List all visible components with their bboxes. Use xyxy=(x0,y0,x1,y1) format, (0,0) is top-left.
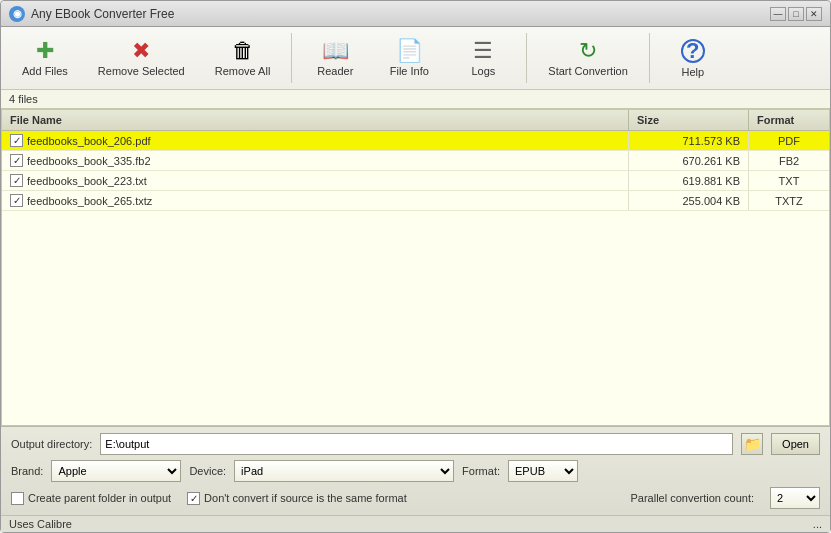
file-list-header: File Name Size Format xyxy=(2,110,829,131)
file-size-cell: 255.004 KB xyxy=(629,191,749,210)
start-conversion-icon: ↻ xyxy=(579,40,597,62)
remove-selected-label: Remove Selected xyxy=(98,65,185,77)
device-label: Device: xyxy=(189,465,226,477)
file-format: TXT xyxy=(779,175,800,187)
file-name-cell: ✓ feedbooks_book_223.txt xyxy=(2,171,629,190)
create-parent-checkbox[interactable] xyxy=(11,492,24,505)
start-conversion-label: Start Convertion xyxy=(548,65,627,77)
file-checkbox[interactable]: ✓ xyxy=(10,174,23,187)
file-name: feedbooks_book_335.fb2 xyxy=(27,155,151,167)
maximize-button[interactable]: □ xyxy=(788,7,804,21)
file-format: PDF xyxy=(778,135,800,147)
reader-button[interactable]: 📖 Reader xyxy=(300,35,370,82)
file-checkbox[interactable]: ✓ xyxy=(10,154,23,167)
open-button[interactable]: Open xyxy=(771,433,820,455)
brand-device-format-row: Brand: Apple Amazon Kobo Sony Other Devi… xyxy=(11,460,820,482)
logs-label: Logs xyxy=(471,65,495,77)
add-files-button[interactable]: ✚ Add Files xyxy=(9,35,81,82)
toolbar: ✚ Add Files ✖ Remove Selected 🗑 Remove A… xyxy=(1,27,830,90)
title-bar-left: ◉ Any EBook Converter Free xyxy=(9,6,174,22)
dont-convert-text: Don't convert if source is the same form… xyxy=(204,492,407,504)
file-format-cell: TXT xyxy=(749,171,829,190)
file-format: FB2 xyxy=(779,155,799,167)
output-path-input[interactable] xyxy=(100,433,733,455)
brand-label: Brand: xyxy=(11,465,43,477)
file-info-label: File Info xyxy=(390,65,429,77)
file-format-cell: TXTZ xyxy=(749,191,829,210)
file-format: TXTZ xyxy=(775,195,803,207)
bottom-panel: Output directory: 📁 Open Brand: Apple Am… xyxy=(1,426,830,515)
file-info-button[interactable]: 📄 File Info xyxy=(374,35,444,82)
reader-label: Reader xyxy=(317,65,353,77)
options-row: Create parent folder in output ✓ Don't c… xyxy=(11,487,820,509)
parallel-label: Parallel convertion count: xyxy=(630,492,754,504)
file-name-cell: ✓ feedbooks_book_335.fb2 xyxy=(2,151,629,170)
table-row[interactable]: ✓ feedbooks_book_335.fb2 670.261 KB FB2 xyxy=(2,151,829,171)
file-count: 4 files xyxy=(1,90,830,109)
logs-button[interactable]: ☰ Logs xyxy=(448,35,518,82)
reader-icon: 📖 xyxy=(322,40,349,62)
start-conversion-button[interactable]: ↻ Start Convertion xyxy=(535,35,640,82)
help-icon: ? xyxy=(681,39,705,63)
minimize-button[interactable]: — xyxy=(770,7,786,21)
file-name-cell: ✓ feedbooks_book_265.txtz xyxy=(2,191,629,210)
file-format-cell: PDF xyxy=(749,131,829,150)
dont-convert-label[interactable]: ✓ Don't convert if source is the same fo… xyxy=(187,492,407,505)
close-button[interactable]: ✕ xyxy=(806,7,822,21)
add-files-icon: ✚ xyxy=(36,40,54,62)
window-title: Any EBook Converter Free xyxy=(31,7,174,21)
file-size-cell: 711.573 KB xyxy=(629,131,749,150)
status-dots: ... xyxy=(813,518,822,530)
help-button[interactable]: ? Help xyxy=(658,34,728,83)
file-checkbox[interactable]: ✓ xyxy=(10,194,23,207)
column-header-size: Size xyxy=(629,110,749,130)
file-count-text: 4 files xyxy=(9,93,38,105)
table-row[interactable]: ✓ feedbooks_book_223.txt 619.881 KB TXT xyxy=(2,171,829,191)
file-name: feedbooks_book_265.txtz xyxy=(27,195,152,207)
help-label: Help xyxy=(682,66,705,78)
file-checkbox[interactable]: ✓ xyxy=(10,134,23,147)
column-header-format: Format xyxy=(749,110,829,130)
file-size: 619.881 KB xyxy=(683,175,741,187)
app-icon: ◉ xyxy=(9,6,25,22)
remove-all-icon: 🗑 xyxy=(232,40,254,62)
file-name: feedbooks_book_223.txt xyxy=(27,175,147,187)
file-size-cell: 670.261 KB xyxy=(629,151,749,170)
brand-select[interactable]: Apple Amazon Kobo Sony Other xyxy=(51,460,181,482)
dont-convert-checkbox[interactable]: ✓ xyxy=(187,492,200,505)
remove-selected-icon: ✖ xyxy=(132,40,150,62)
title-bar: ◉ Any EBook Converter Free — □ ✕ xyxy=(1,1,830,27)
file-size: 711.573 KB xyxy=(683,135,741,147)
file-size-cell: 619.881 KB xyxy=(629,171,749,190)
format-select[interactable]: EPUB MOBI PDF AZW3 xyxy=(508,460,578,482)
create-parent-text: Create parent folder in output xyxy=(28,492,171,504)
toolbar-separator-3 xyxy=(649,33,650,83)
file-list-container[interactable]: File Name Size Format ✓ feedbooks_book_2… xyxy=(1,109,830,426)
create-parent-label[interactable]: Create parent folder in output xyxy=(11,492,171,505)
status-text: Uses Calibre xyxy=(9,518,72,530)
table-row[interactable]: ✓ feedbooks_book_206.pdf 711.573 KB PDF xyxy=(2,131,829,151)
toolbar-separator-1 xyxy=(291,33,292,83)
status-bar: Uses Calibre ... xyxy=(1,515,830,532)
output-directory-label: Output directory: xyxy=(11,438,92,450)
format-label: Format: xyxy=(462,465,500,477)
parallel-count-select[interactable]: 1 2 3 4 xyxy=(770,487,820,509)
table-row[interactable]: ✓ feedbooks_book_265.txtz 255.004 KB TXT… xyxy=(2,191,829,211)
file-format-cell: FB2 xyxy=(749,151,829,170)
logs-icon: ☰ xyxy=(473,40,493,62)
file-info-icon: 📄 xyxy=(396,40,423,62)
folder-browse-button[interactable]: 📁 xyxy=(741,433,763,455)
toolbar-separator-2 xyxy=(526,33,527,83)
device-select[interactable]: iPad iPhone iPod xyxy=(234,460,454,482)
file-name: feedbooks_book_206.pdf xyxy=(27,135,151,147)
column-header-name: File Name xyxy=(2,110,629,130)
remove-all-label: Remove All xyxy=(215,65,271,77)
file-size: 670.261 KB xyxy=(683,155,741,167)
file-size: 255.004 KB xyxy=(683,195,741,207)
window-controls: — □ ✕ xyxy=(770,7,822,21)
remove-all-button[interactable]: 🗑 Remove All xyxy=(202,35,284,82)
file-name-cell: ✓ feedbooks_book_206.pdf xyxy=(2,131,629,150)
main-window: ◉ Any EBook Converter Free — □ ✕ ✚ Add F… xyxy=(0,0,831,533)
folder-icon: 📁 xyxy=(744,436,761,452)
remove-selected-button[interactable]: ✖ Remove Selected xyxy=(85,35,198,82)
